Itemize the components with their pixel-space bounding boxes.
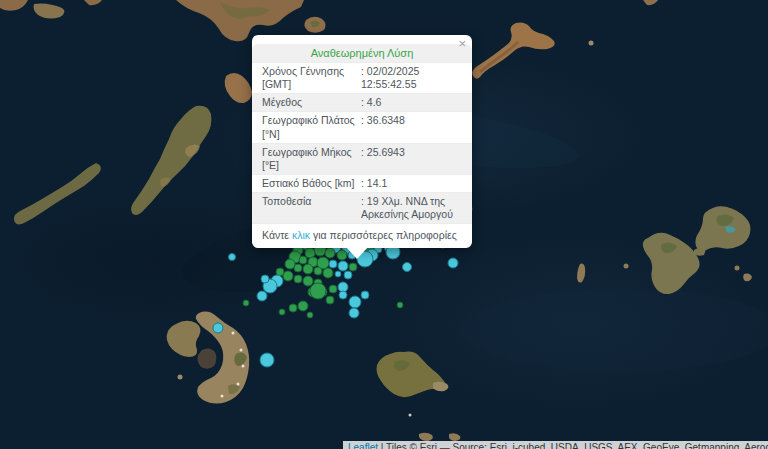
island-amorgos bbox=[472, 22, 593, 78]
earthquake-marker[interactable] bbox=[310, 283, 326, 299]
island-islet-south-naxos bbox=[304, 17, 325, 33]
earthquake-marker[interactable] bbox=[344, 271, 352, 279]
popup-tip bbox=[346, 247, 368, 259]
earthquake-marker[interactable] bbox=[298, 301, 308, 311]
earthquake-marker[interactable] bbox=[325, 248, 335, 258]
popup-footer: Κάντε κλικ για περισσότερες πληροφορίες bbox=[252, 223, 472, 248]
earthquake-marker[interactable] bbox=[305, 248, 315, 258]
more-info-link[interactable]: κλικ bbox=[292, 229, 310, 241]
row-value: : 36.6348 bbox=[357, 114, 462, 140]
earthquake-marker[interactable] bbox=[339, 291, 347, 299]
earthquake-marker[interactable] bbox=[349, 263, 357, 271]
earthquake-marker[interactable] bbox=[299, 256, 307, 264]
popup-row: Μέγεθος: 4.6 bbox=[252, 93, 472, 111]
earthquake-marker[interactable] bbox=[403, 263, 412, 272]
earthquake-marker[interactable] bbox=[335, 271, 341, 277]
earthquake-marker[interactable] bbox=[349, 308, 359, 318]
row-value: : 14.1 bbox=[357, 177, 462, 190]
earthquake-marker[interactable] bbox=[260, 353, 274, 367]
popup-title: Αναθεωρημένη Λύση bbox=[252, 44, 472, 62]
earthquake-marker[interactable] bbox=[229, 254, 236, 261]
sea-texture bbox=[460, 288, 768, 372]
footer-text-pre: Κάντε bbox=[262, 229, 292, 241]
earthquake-marker[interactable] bbox=[397, 302, 403, 308]
earthquake-marker[interactable] bbox=[283, 271, 293, 281]
earthquake-marker[interactable] bbox=[294, 275, 302, 283]
attribution-separator: | bbox=[378, 442, 386, 449]
earthquake-marker[interactable] bbox=[289, 304, 297, 312]
attribution-tiles-text: Tiles © Esri — Source: Esri, i-cubed, US… bbox=[386, 442, 768, 449]
footer-text-post: για περισσότερες πληροφορίες bbox=[310, 229, 457, 241]
earthquake-marker[interactable] bbox=[285, 259, 295, 269]
earthquake-marker[interactable] bbox=[349, 296, 361, 308]
earthquake-marker[interactable] bbox=[329, 260, 337, 268]
row-label: Εστιακό Βάθος [km] bbox=[262, 177, 357, 190]
earthquake-marker[interactable] bbox=[448, 258, 458, 268]
map-canvas[interactable]: × Αναθεωρημένη Λύση Χρόνος Γέννησης [GMT… bbox=[0, 0, 768, 449]
row-value: : 25.6943 bbox=[357, 146, 462, 172]
island-ios bbox=[131, 106, 211, 215]
island-fragments-topleft bbox=[0, 0, 658, 19]
earthquake-marker[interactable] bbox=[261, 275, 269, 283]
island-nea-kameni bbox=[197, 348, 216, 368]
earthquake-marker[interactable] bbox=[323, 268, 333, 278]
island-sikinos bbox=[14, 163, 101, 224]
earthquake-info-popup: × Αναθεωρημένη Λύση Χρόνος Γέννησης [GMT… bbox=[252, 35, 472, 248]
earthquake-marker[interactable] bbox=[303, 264, 313, 274]
row-value: : 4.6 bbox=[357, 96, 462, 109]
earthquake-marker[interactable] bbox=[314, 267, 322, 275]
row-label: Τοποθεσία bbox=[262, 195, 357, 221]
row-label: Χρόνος Γέννησης [GMT] bbox=[262, 65, 357, 91]
row-value: : 19 Χλμ. ΝΝΔ της Αρκεσίνης Αμοργού bbox=[357, 195, 462, 221]
earthquake-marker[interactable] bbox=[326, 296, 334, 304]
earthquake-marker[interactable] bbox=[307, 312, 313, 318]
island-anafi bbox=[377, 352, 461, 441]
popup-row: Εστιακό Βάθος [km]: 14.1 bbox=[252, 174, 472, 192]
popup-row: Γεωγραφικό Πλάτος [°N]: 36.6348 bbox=[252, 111, 472, 142]
row-label: Γεωγραφικό Μήκος [°E] bbox=[262, 146, 357, 172]
popup-row: Γεωγραφικό Μήκος [°E]: 25.6943 bbox=[252, 143, 472, 174]
popup-row: Τοποθεσία: 19 Χλμ. ΝΝΔ της Αρκεσίνης Αμο… bbox=[252, 192, 472, 223]
popup-row: Χρόνος Γέννησης [GMT]: 02/02/2025 12:55:… bbox=[252, 62, 472, 93]
island-astypalaia bbox=[577, 206, 752, 294]
earthquake-marker[interactable] bbox=[294, 264, 302, 272]
row-label: Μέγεθος bbox=[262, 96, 357, 109]
earthquake-marker[interactable] bbox=[303, 276, 313, 286]
earthquake-marker[interactable] bbox=[361, 291, 369, 299]
row-label: Γεωγραφικό Πλάτος [°N] bbox=[262, 114, 357, 140]
popup-rows: Χρόνος Γέννησης [GMT]: 02/02/2025 12:55:… bbox=[252, 62, 472, 223]
earthquake-marker[interactable] bbox=[243, 300, 249, 306]
leaflet-link[interactable]: Leaflet bbox=[348, 442, 378, 449]
earthquake-marker[interactable] bbox=[338, 261, 348, 271]
earthquake-marker[interactable] bbox=[213, 323, 223, 333]
row-value: : 02/02/2025 12:55:42.55 bbox=[357, 65, 462, 91]
island-santorini bbox=[167, 312, 250, 404]
island-keros bbox=[225, 73, 252, 103]
close-icon[interactable]: × bbox=[458, 37, 466, 50]
map-attribution: Leaflet | Tiles © Esri — Source: Esri, i… bbox=[343, 441, 768, 449]
island-aspronisi bbox=[178, 375, 183, 380]
earthquake-marker[interactable] bbox=[257, 291, 267, 301]
earthquake-marker[interactable] bbox=[279, 309, 285, 315]
earthquake-marker[interactable] bbox=[329, 285, 337, 293]
